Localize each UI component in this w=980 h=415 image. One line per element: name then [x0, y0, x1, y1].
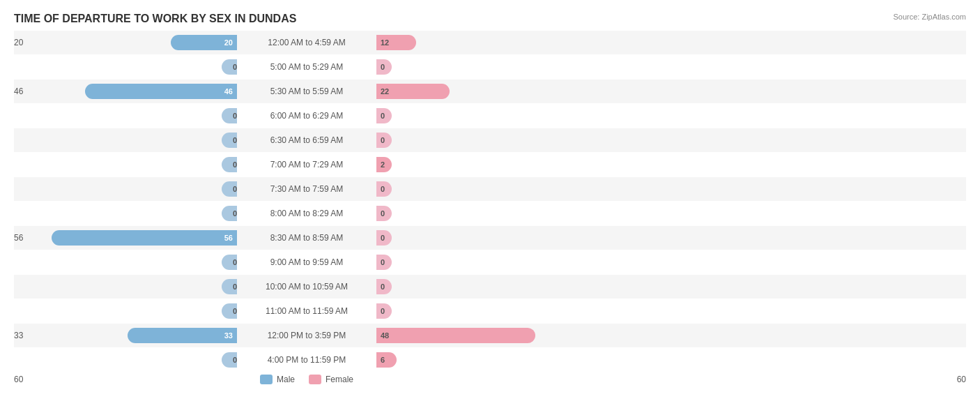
male-bar-zero-label: 0 [230, 63, 237, 71]
legend-male: Male [260, 375, 295, 384]
male-bar: 0 [222, 206, 237, 221]
female-bar-label: 22 [376, 87, 389, 96]
male-bar: 0 [222, 255, 237, 270]
right-bar-area: 0 [376, 206, 966, 221]
male-value-label: 56 [14, 233, 23, 243]
time-range-label: 7:00 AM to 7:29 AM [237, 160, 376, 169]
right-bar-area: 0 [376, 181, 966, 197]
female-bar-zero-label: 0 [376, 136, 385, 144]
left-bar-area: 0 [14, 181, 237, 197]
male-bar-label: 46 [224, 87, 237, 96]
left-bar-wrap: 20 [21, 35, 237, 50]
left-bar-wrap: 0 [21, 157, 237, 172]
female-bar: 0 [376, 181, 392, 197]
left-bar-wrap: 0 [21, 206, 237, 221]
left-bar-area: 4646 [14, 84, 237, 99]
female-bar-label: 2 [376, 160, 385, 169]
male-bar-label: 20 [224, 38, 237, 47]
female-bar: 0 [376, 59, 392, 75]
male-bar: 46 [85, 84, 238, 99]
right-bar-area: 12 [376, 35, 966, 50]
female-bar: 0 [376, 279, 392, 294]
male-bar-zero-label: 0 [230, 136, 237, 144]
female-bar-zero-label: 0 [376, 258, 385, 266]
male-bar: 0 [222, 352, 237, 368]
male-bar: 0 [222, 157, 237, 172]
male-bar-label: 33 [224, 331, 237, 340]
right-bar-area: 0 [376, 303, 966, 319]
right-bar-area: 0 [376, 133, 966, 148]
source-text: Source: ZipAtlas.com [893, 13, 966, 21]
chart-row: 05:00 AM to 5:29 AM0 [14, 55, 966, 79]
male-value-label: 33 [14, 331, 23, 340]
time-range-label: 10:00 AM to 10:59 AM [237, 282, 376, 292]
male-label: Male [277, 375, 295, 384]
legend-female: Female [309, 375, 353, 384]
time-range-label: 12:00 PM to 3:59 PM [237, 331, 376, 340]
time-range-label: 5:00 AM to 5:29 AM [237, 62, 376, 72]
chart-container: TIME OF DEPARTURE TO WORK BY SEX IN DUND… [0, 0, 980, 415]
male-bar-zero-label: 0 [230, 112, 237, 120]
chart-row: 09:00 AM to 9:59 AM0 [14, 250, 966, 274]
time-range-label: 12:00 AM to 4:59 AM [237, 38, 376, 47]
left-bar-area: 0 [14, 352, 237, 368]
right-bar-area: 2 [376, 157, 966, 172]
time-range-label: 8:30 AM to 8:59 AM [237, 233, 376, 243]
male-bar-zero-label: 0 [230, 209, 237, 218]
chart-row: 07:30 AM to 7:59 AM0 [14, 177, 966, 201]
left-bar-area: 0 [14, 108, 237, 123]
female-bar: 0 [376, 255, 392, 270]
male-swatch [260, 375, 273, 384]
right-bar-area: 0 [376, 108, 966, 123]
female-bar-zero-label: 0 [376, 112, 385, 120]
time-range-label: 9:00 AM to 9:59 AM [237, 257, 376, 267]
female-bar-label: 6 [376, 356, 385, 364]
male-bar-zero-label: 0 [230, 160, 237, 169]
female-bar-zero-label: 0 [376, 63, 385, 71]
axis-labels-row: 60 Male Female 60 [14, 375, 966, 384]
left-bar-wrap: 46 [21, 84, 237, 99]
male-bar-zero-label: 0 [230, 356, 237, 364]
left-bar-area: 0 [14, 133, 237, 148]
female-bar: 0 [376, 108, 392, 123]
left-bar-area: 0 [14, 279, 237, 294]
time-range-label: 7:30 AM to 7:59 AM [237, 184, 376, 194]
male-bar: 0 [222, 181, 237, 197]
male-bar: 20 [171, 35, 237, 50]
chart-row: 06:30 AM to 6:59 AM0 [14, 128, 966, 152]
chart-row: 06:00 AM to 6:29 AM0 [14, 104, 966, 128]
female-bar: 0 [376, 230, 392, 246]
male-bar: 0 [222, 59, 237, 75]
left-bar-wrap: 0 [21, 255, 237, 270]
chart-row: 333312:00 PM to 3:59 PM48 [14, 324, 966, 347]
female-bar-label: 48 [376, 331, 389, 340]
time-range-label: 8:00 AM to 8:29 AM [237, 209, 376, 218]
chart-row: 202012:00 AM to 4:59 AM12 [14, 31, 966, 54]
left-bar-wrap: 0 [21, 181, 237, 197]
male-bar: 0 [222, 279, 237, 294]
male-bar: 33 [128, 328, 237, 343]
time-range-label: 6:00 AM to 6:29 AM [237, 111, 376, 121]
female-bar-zero-label: 0 [376, 209, 385, 218]
female-bar: 12 [376, 35, 416, 50]
male-value-label: 46 [14, 86, 23, 96]
right-bar-area: 0 [376, 279, 966, 294]
left-bar-wrap: 56 [21, 230, 237, 246]
legend-area: Male Female [237, 375, 376, 384]
female-bar: 22 [376, 84, 450, 99]
left-bar-area: 2020 [14, 35, 237, 50]
right-bar-area: 0 [376, 59, 966, 75]
chart-row: 08:00 AM to 8:29 AM0 [14, 202, 966, 225]
female-bar: 2 [376, 157, 392, 172]
left-bar-wrap: 0 [21, 133, 237, 148]
female-label: Female [326, 375, 353, 384]
female-bar: 6 [376, 352, 397, 368]
female-bar-label: 12 [376, 38, 389, 47]
time-range-label: 5:30 AM to 5:59 AM [237, 86, 376, 96]
chart-row: 46465:30 AM to 5:59 AM22 [14, 80, 966, 103]
male-bar-zero-label: 0 [230, 258, 237, 266]
left-bar-area: 3333 [14, 328, 237, 343]
female-swatch [309, 375, 321, 384]
chart-row: 56568:30 AM to 8:59 AM0 [14, 226, 966, 250]
female-bar-zero-label: 0 [376, 307, 385, 315]
